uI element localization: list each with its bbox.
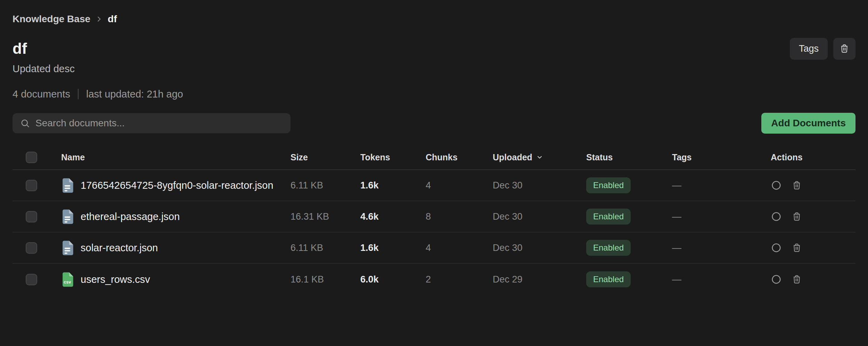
table-row[interactable]: csv solar-reactor.json 6.11 KB 1.6k 4 De…: [13, 233, 855, 264]
column-header-name: Name: [61, 152, 290, 162]
search-icon: [20, 118, 30, 128]
csv-icon-label: csv: [61, 280, 74, 285]
row-checkbox[interactable]: [26, 180, 37, 191]
document-size: 16.1 KB: [290, 274, 360, 285]
delete-kb-button[interactable]: [833, 38, 855, 60]
table-row[interactable]: csv users_rows.csv 16.1 KB 6.0k 2 Dec 29…: [13, 264, 855, 295]
table-header: Name Size Tokens Chunks Uploaded Status …: [13, 145, 855, 170]
document-tags: —: [672, 180, 771, 191]
row-checkbox[interactable]: [26, 211, 37, 222]
document-tags: —: [672, 274, 771, 285]
table-row[interactable]: csv ethereal-passage.json 16.31 KB 4.6k …: [13, 201, 855, 233]
status-badge: Enabled: [586, 209, 631, 225]
document-tokens: 4.6k: [360, 211, 426, 222]
documents-count: 4 documents: [13, 88, 70, 100]
document-tags: —: [672, 211, 771, 222]
status-badge: Enabled: [586, 271, 631, 287]
search-input[interactable]: [35, 118, 283, 129]
kb-description: Updated desc: [13, 63, 855, 74]
document-tokens: 1.6k: [360, 180, 426, 191]
breadcrumb: Knowledge Base df: [13, 14, 855, 24]
toggle-status-icon[interactable]: [771, 211, 782, 222]
document-uploaded: Dec 30: [493, 180, 586, 191]
breadcrumb-root-link[interactable]: Knowledge Base: [13, 14, 90, 25]
document-chunks: 2: [426, 274, 493, 285]
column-header-status: Status: [586, 152, 672, 162]
chevron-right-icon: [95, 15, 103, 23]
json-file-icon: [61, 240, 74, 256]
document-tokens: 1.6k: [360, 243, 426, 253]
toggle-status-icon[interactable]: [771, 180, 782, 191]
delete-document-icon[interactable]: [792, 274, 802, 285]
document-chunks: 8: [426, 211, 493, 222]
document-name: 1766542654725-8ygfqn0-solar-reactor.json: [81, 180, 273, 191]
document-uploaded: Dec 30: [493, 243, 586, 253]
document-name: solar-reactor.json: [81, 242, 158, 254]
json-file-icon: [61, 178, 74, 193]
select-all-checkbox[interactable]: [26, 152, 37, 163]
table-body: csv 1766542654725-8ygfqn0-solar-reactor.…: [13, 170, 855, 295]
delete-document-icon[interactable]: [792, 211, 802, 222]
documents-table: Name Size Tokens Chunks Uploaded Status …: [13, 145, 855, 295]
document-name: ethereal-passage.json: [81, 211, 180, 222]
column-header-tokens: Tokens: [360, 152, 426, 162]
status-badge: Enabled: [586, 177, 631, 193]
toolbar: Add Documents: [13, 113, 855, 134]
document-name: users_rows.csv: [81, 274, 150, 285]
status-badge: Enabled: [586, 240, 631, 256]
column-header-chunks: Chunks: [426, 152, 493, 162]
meta-divider: [78, 89, 79, 99]
document-uploaded: Dec 29: [493, 274, 586, 285]
title-row: df Tags: [13, 37, 855, 60]
table-row[interactable]: csv 1766542654725-8ygfqn0-solar-reactor.…: [13, 170, 855, 201]
column-header-tags: Tags: [672, 152, 771, 162]
tags-button[interactable]: Tags: [790, 38, 828, 60]
column-header-size: Size: [290, 152, 360, 162]
add-documents-button[interactable]: Add Documents: [761, 113, 855, 134]
knowledge-base-page: Knowledge Base df df Tags Updated desc 4…: [0, 0, 868, 295]
document-chunks: 4: [426, 243, 493, 253]
trash-icon: [839, 43, 850, 54]
column-header-actions: Actions: [771, 152, 855, 162]
meta-row: 4 documents last updated: 21h ago: [13, 88, 855, 100]
chevron-down-icon: [536, 153, 543, 161]
json-file-icon: [61, 209, 74, 225]
last-updated: last updated: 21h ago: [86, 88, 183, 100]
breadcrumb-current: df: [108, 14, 117, 25]
document-uploaded: Dec 30: [493, 211, 586, 222]
toggle-status-icon[interactable]: [771, 274, 782, 285]
document-size: 16.31 KB: [290, 211, 360, 222]
title-actions: Tags: [790, 38, 855, 60]
document-size: 6.11 KB: [290, 243, 360, 253]
column-header-uploaded[interactable]: Uploaded: [493, 152, 586, 162]
toggle-status-icon[interactable]: [771, 242, 782, 253]
delete-document-icon[interactable]: [792, 180, 802, 191]
search-box[interactable]: [13, 113, 290, 133]
document-size: 6.11 KB: [290, 180, 360, 191]
delete-document-icon[interactable]: [792, 243, 802, 253]
document-tags: —: [672, 243, 771, 253]
csv-file-icon: csv: [61, 272, 74, 287]
uploaded-label: Uploaded: [493, 152, 532, 162]
page-title: df: [13, 40, 27, 57]
row-checkbox[interactable]: [26, 274, 37, 285]
document-chunks: 4: [426, 180, 493, 191]
row-checkbox[interactable]: [26, 242, 37, 254]
document-tokens: 6.0k: [360, 274, 426, 285]
